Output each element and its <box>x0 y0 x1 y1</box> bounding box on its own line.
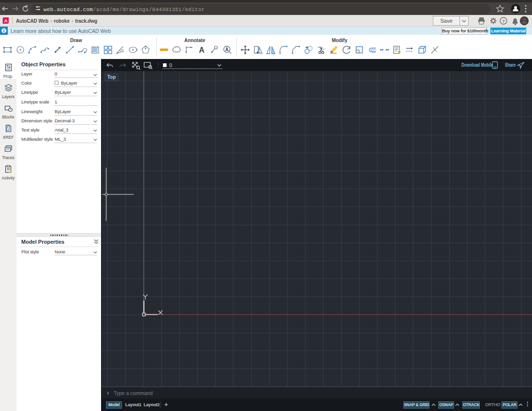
svg-text:A: A <box>225 47 228 52</box>
svg-text:n: n <box>121 48 123 52</box>
svg-text:?: ? <box>502 19 505 24</box>
svg-text:0: 0 <box>169 62 172 68</box>
svg-text:A: A <box>4 18 8 23</box>
svg-text:A: A <box>199 46 205 54</box>
